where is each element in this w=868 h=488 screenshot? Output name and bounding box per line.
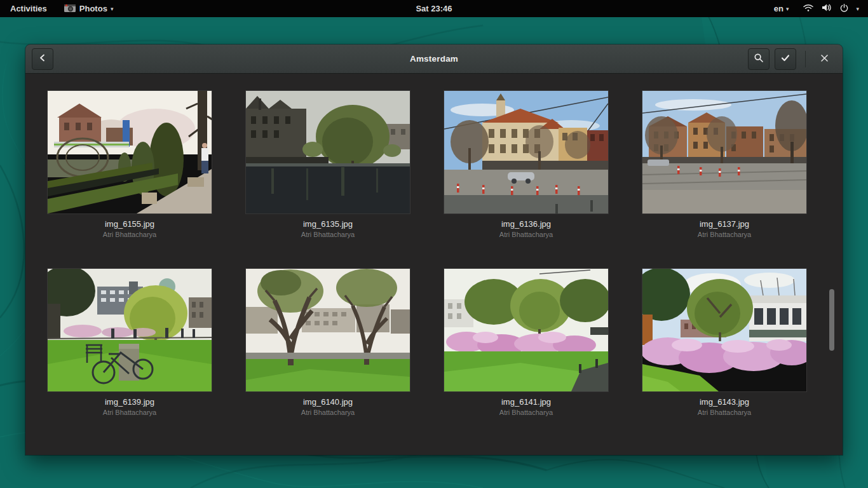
photo-thumbnail-img-6155[interactable] <box>48 91 212 214</box>
checkmark-icon <box>780 53 790 65</box>
photo-thumbnail-img-6139[interactable] <box>48 269 212 391</box>
volume-icon <box>821 3 832 14</box>
photo-thumbnail-img-6140[interactable] <box>246 269 410 391</box>
photo-cell: img_6140.jpg Atri Bhattacharya <box>246 269 410 416</box>
window-title: Amsterdam <box>410 54 458 64</box>
app-menu-label: Photos <box>79 4 107 13</box>
chevron-down-icon: ▾ <box>786 6 789 12</box>
photo-thumbnail-img-6137[interactable] <box>642 91 806 214</box>
photo-cell: img_6141.jpg Atri Bhattacharya <box>444 269 608 416</box>
search-button[interactable] <box>748 48 770 70</box>
photo-author: Atri Bhattacharya <box>642 409 806 416</box>
photo-author: Atri Bhattacharya <box>444 231 608 238</box>
photo-author: Atri Bhattacharya <box>246 231 410 238</box>
wifi-icon <box>803 3 814 14</box>
photo-filename: img_6140.jpg <box>246 397 410 407</box>
photos-window: Amsterdam <box>25 44 843 455</box>
chevron-left-icon <box>37 53 48 65</box>
activities-label: Activities <box>10 4 47 13</box>
chevron-down-icon: ▾ <box>856 6 859 12</box>
scrollbar-thumb[interactable] <box>829 289 834 351</box>
close-button[interactable] <box>815 50 834 69</box>
photo-thumbnail-img-6143[interactable] <box>642 269 806 391</box>
photo-cell: img_6136.jpg Atri Bhattacharya <box>444 91 608 238</box>
photo-thumbnail-img-6135[interactable] <box>246 91 410 214</box>
activities-button[interactable]: Activities <box>0 0 57 17</box>
photo-filename: img_6136.jpg <box>444 219 608 229</box>
photo-filename: img_6155.jpg <box>48 219 212 229</box>
top-bar: Activities Photos ▾ Sat 23:46 en ▾ <box>0 0 868 17</box>
back-button[interactable] <box>32 48 53 70</box>
photo-author: Atri Bhattacharya <box>48 409 212 416</box>
photo-cell: img_6135.jpg Atri Bhattacharya <box>246 91 410 238</box>
search-icon <box>754 53 764 65</box>
headerbar: Amsterdam <box>25 44 843 74</box>
close-icon <box>820 53 829 65</box>
photo-cell: img_6137.jpg Atri Bhattacharya <box>642 91 806 238</box>
photo-cell: img_6155.jpg Atri Bhattacharya <box>48 91 212 238</box>
photo-filename: img_6135.jpg <box>246 219 410 229</box>
photo-author: Atri Bhattacharya <box>444 409 608 416</box>
photo-author: Atri Bhattacharya <box>48 231 212 238</box>
photo-author: Atri Bhattacharya <box>642 231 806 238</box>
power-icon <box>839 3 849 15</box>
photo-author: Atri Bhattacharya <box>246 409 410 416</box>
photo-filename: img_6141.jpg <box>444 397 608 407</box>
chevron-down-icon: ▾ <box>111 6 114 12</box>
photo-grid: img_6155.jpg Atri Bhattacharya <box>48 91 843 416</box>
app-menu-button[interactable]: Photos ▾ <box>57 0 120 17</box>
photo-grid-area: img_6155.jpg Atri Bhattacharya <box>25 74 843 454</box>
select-button[interactable] <box>775 48 796 70</box>
photo-thumbnail-img-6136[interactable] <box>444 91 608 214</box>
photo-cell: img_6139.jpg Atri Bhattacharya <box>48 269 212 416</box>
photo-filename: img_6139.jpg <box>48 397 212 407</box>
headerbar-separator <box>805 51 806 67</box>
keyboard-layout-indicator[interactable]: en ▾ <box>774 4 789 13</box>
photo-thumbnail-img-6141[interactable] <box>444 269 608 391</box>
photo-cell: img_6143.jpg Atri Bhattacharya <box>642 269 806 416</box>
clock[interactable]: Sat 23:46 <box>416 4 452 13</box>
photo-filename: img_6137.jpg <box>642 219 806 229</box>
camera-icon <box>64 3 76 15</box>
photo-filename: img_6143.jpg <box>642 397 806 407</box>
system-status-area[interactable]: ▾ <box>803 3 859 15</box>
keyboard-layout-label: en <box>774 4 783 13</box>
